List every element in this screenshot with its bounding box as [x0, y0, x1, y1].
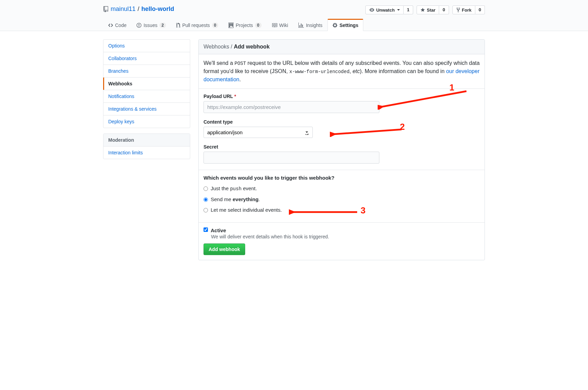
star-icon: [420, 8, 425, 12]
sidebar-item-notifications[interactable]: Notifications: [103, 90, 190, 103]
tab-issues-label: Issues: [143, 23, 157, 28]
sidebar-item-integrations[interactable]: Integrations & services: [103, 103, 190, 115]
repo-sep: /: [138, 5, 139, 13]
repo-name-link[interactable]: hello-world: [141, 5, 174, 13]
active-note: We will deliver event details when this …: [211, 234, 480, 239]
sidebar-item-collaborators[interactable]: Collaborators: [103, 52, 190, 65]
tab-settings-label: Settings: [339, 23, 358, 28]
fork-icon: [456, 7, 460, 13]
caret-down-icon: [397, 9, 400, 11]
breadcrumb-sep: /: [229, 44, 234, 50]
tab-wiki[interactable]: Wiki: [267, 19, 293, 31]
event-option-everything[interactable]: Send me everything.: [204, 196, 480, 202]
secret-label: Secret: [204, 144, 480, 150]
radio-everything[interactable]: [204, 197, 208, 202]
tab-insights-label: Insights: [306, 23, 322, 28]
project-icon: [228, 23, 234, 28]
code-icon: [108, 23, 113, 28]
star-button[interactable]: Star: [417, 5, 439, 14]
star-count[interactable]: 0: [439, 5, 449, 14]
content-type-label: Content type: [204, 119, 480, 125]
star-label: Star: [427, 8, 435, 13]
radio-select-events[interactable]: [204, 208, 208, 212]
fork-label: Fork: [462, 8, 472, 13]
issue-icon: [137, 23, 141, 28]
radio-push[interactable]: [204, 186, 208, 191]
projects-count: 0: [255, 23, 262, 28]
book-icon: [272, 23, 277, 28]
issues-count: 2: [159, 23, 166, 28]
post-code: POST: [235, 61, 246, 66]
sidebar-item-interaction-limits[interactable]: Interaction limits: [103, 147, 190, 159]
page-actions: Unwatch 1 Star 0 Fork: [365, 5, 485, 14]
moderation-menu: Moderation Interaction limits: [103, 134, 190, 159]
tab-pull-requests[interactable]: Pull requests 0: [171, 19, 224, 31]
tab-code[interactable]: Code: [103, 19, 131, 31]
active-label: Active: [211, 227, 226, 233]
payload-url-label: Payload URL *: [204, 94, 480, 99]
eye-icon: [369, 8, 375, 12]
tab-wiki-label: Wiki: [279, 23, 288, 28]
moderation-heading: Moderation: [103, 134, 190, 147]
tab-projects[interactable]: Projects 0: [223, 19, 266, 31]
sidebar-item-deploy-keys[interactable]: Deploy keys: [103, 115, 190, 128]
event-option-push[interactable]: Just the push event.: [204, 185, 480, 192]
settings-menu: Options Collaborators Branches Webhooks …: [103, 39, 190, 128]
active-checkbox[interactable]: [204, 227, 208, 232]
secret-input[interactable]: [204, 152, 379, 164]
tab-issues[interactable]: Issues 2: [131, 19, 171, 31]
breadcrumb-root[interactable]: Webhooks: [204, 44, 229, 50]
repo-nav: Code Issues 2 Pull requests 0 Projects 0…: [103, 19, 485, 31]
tab-insights[interactable]: Insights: [293, 19, 327, 31]
events-question: Which events would you like to trigger t…: [204, 175, 480, 181]
sidebar-item-options[interactable]: Options: [103, 40, 190, 52]
repo-icon: [103, 6, 109, 12]
sidebar-item-webhooks[interactable]: Webhooks: [103, 78, 190, 90]
payload-url-input[interactable]: [204, 101, 379, 113]
intro-text: We'll send a POST request to the URL bel…: [204, 59, 480, 84]
breadcrumb-current: Add webhook: [234, 44, 270, 50]
event-option-select[interactable]: Let me select individual events.: [204, 207, 480, 213]
pulls-count: 0: [212, 23, 219, 28]
urlencoded-code: x-www-form-urlencoded: [289, 69, 349, 74]
pull-request-icon: [176, 23, 180, 28]
unwatch-label: Unwatch: [376, 8, 395, 13]
graph-icon: [298, 23, 304, 28]
gear-icon: [333, 23, 337, 28]
repo-owner-link[interactable]: mainul11: [111, 5, 136, 13]
repo-title: mainul11 / hello-world: [103, 5, 174, 13]
tab-projects-label: Projects: [236, 23, 253, 28]
fork-count[interactable]: 0: [475, 5, 485, 14]
content-type-select[interactable]: application/json: [204, 127, 313, 138]
tab-code-label: Code: [115, 23, 126, 28]
add-webhook-button[interactable]: Add webhook: [204, 243, 245, 255]
tab-settings[interactable]: Settings: [327, 19, 363, 31]
tab-pulls-label: Pull requests: [182, 23, 210, 28]
fork-button[interactable]: Fork: [452, 5, 475, 14]
watch-count[interactable]: 1: [404, 5, 413, 14]
sidebar-item-branches[interactable]: Branches: [103, 65, 190, 78]
subhead: Webhooks / Add webhook: [199, 40, 485, 54]
unwatch-button[interactable]: Unwatch: [365, 5, 404, 14]
